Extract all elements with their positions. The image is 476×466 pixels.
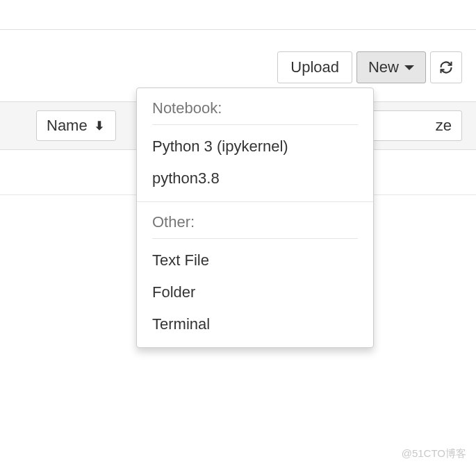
dropdown-item-folder[interactable]: Folder [137, 276, 373, 308]
dropdown-notebook-header: Notebook: [137, 95, 373, 120]
dropdown-item-python3-ipykernel[interactable]: Python 3 (ipykernel) [137, 131, 373, 163]
dropdown-divider [152, 238, 358, 239]
sort-name-button[interactable]: Name [36, 110, 116, 141]
top-divider [0, 29, 476, 30]
arrow-down-icon [93, 119, 106, 132]
filesize-column-label: ze [436, 117, 452, 134]
watermark: @51CTO博客 [402, 447, 466, 460]
dropdown-separator [137, 201, 373, 202]
toolbar: Upload New [277, 51, 462, 83]
refresh-button[interactable] [430, 51, 462, 83]
sort-filesize-button[interactable]: ze [365, 110, 462, 141]
dropdown-item-terminal[interactable]: Terminal [137, 308, 373, 340]
caret-down-icon [404, 65, 414, 70]
new-dropdown-menu: Notebook: Python 3 (ipykernel) python3.8… [136, 88, 374, 348]
dropdown-item-python38[interactable]: python3.8 [137, 163, 373, 194]
name-column-label: Name [47, 117, 88, 135]
dropdown-divider [152, 124, 358, 125]
upload-button[interactable]: Upload [277, 51, 352, 83]
new-button-label: New [368, 58, 399, 76]
dropdown-other-header: Other: [137, 209, 373, 234]
refresh-icon [439, 60, 453, 75]
dropdown-item-textfile[interactable]: Text File [137, 244, 373, 276]
new-button[interactable]: New [356, 51, 426, 83]
